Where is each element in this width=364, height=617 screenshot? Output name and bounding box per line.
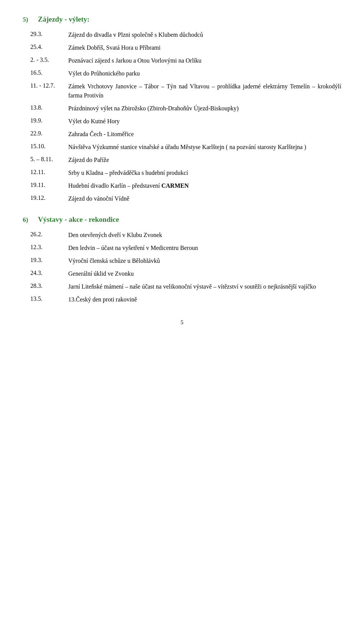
entry-text: Hudební divadlo Karlín – představení CAR… — [68, 181, 341, 190]
list-item: 11. - 12.7. Zámek Vrchotovy Janovice – T… — [23, 82, 341, 100]
entry-text: Výroční členská schůze u Bělohlávků — [68, 256, 341, 265]
entry-text: Výlet do Průhonického parku — [68, 69, 341, 78]
entry-date: 25.4. — [30, 43, 68, 50]
section-6-number: 6) — [23, 216, 33, 224]
section-5-list: 29.3. Zájezd do divadla v Plzni společně… — [23, 30, 341, 203]
entry-text: Zájezd do Paříže — [68, 155, 341, 165]
entry-text: Den otevřených dveří v Klubu Zvonek — [68, 231, 341, 240]
list-item: 13.8. Prázdninový výlet na Zbirožsko (Zb… — [23, 104, 341, 113]
entry-date: 26.2. — [30, 231, 68, 238]
entry-text: Generální úklid ve Zvonku — [68, 269, 341, 278]
list-item: 19.11. Hudební divadlo Karlín – představ… — [23, 181, 341, 190]
entry-date: 2. - 3.5. — [30, 56, 68, 63]
list-item: 29.3. Zájezd do divadla v Plzni společně… — [23, 30, 341, 39]
entry-date: 28.3. — [30, 282, 68, 289]
entry-text: Jarní Liteňské mámení – naše účast na ve… — [68, 282, 341, 291]
section-5-heading: 5) Zájezdy - výlety: — [23, 15, 341, 24]
section-5-title: Zájezdy - výlety: — [38, 15, 89, 24]
entry-date: 19.11. — [30, 181, 68, 188]
section-6-list: 26.2. Den otevřených dveří v Klubu Zvone… — [23, 231, 341, 304]
list-item: 19.12. Zájezd do vánoční Vídně — [23, 194, 341, 203]
list-item: 19.3. Výroční členská schůze u Bělohlávk… — [23, 256, 341, 265]
page-footer: 5 — [23, 319, 341, 326]
entry-text: Zájezd do divadla v Plzni společně s Klu… — [68, 30, 341, 39]
entry-date: 19.9. — [30, 117, 68, 124]
list-item: 2. - 3.5. Poznávací zájezd s Jarkou a Ot… — [23, 56, 341, 65]
entry-date: 13.8. — [30, 104, 68, 111]
entry-date: 12.3. — [30, 243, 68, 251]
list-item: 12.11. Srby u Kladna – předváděčka s hud… — [23, 168, 341, 177]
section-6-title: Výstavy - akce - rekondice — [38, 215, 119, 224]
entry-date: 19.12. — [30, 194, 68, 201]
section-6: 6) Výstavy - akce - rekondice 26.2. Den … — [23, 215, 341, 304]
page-number: 5 — [180, 319, 184, 325]
carmen-text: CARMEN — [162, 182, 189, 189]
section-5-number: 5) — [23, 16, 33, 24]
entry-date: 15.10. — [30, 143, 68, 150]
entry-date: 11. - 12.7. — [30, 82, 68, 89]
list-item: 13.5. 13.Český den proti rakovině — [23, 295, 341, 304]
list-item: 28.3. Jarní Liteňské mámení – naše účast… — [23, 282, 341, 291]
list-item: 16.5. Výlet do Průhonického parku — [23, 69, 341, 78]
list-item: 15.10. Návštěva Výzkumné stanice vinařsk… — [23, 143, 341, 152]
section-5: 5) Zájezdy - výlety: 29.3. Zájezd do div… — [23, 15, 341, 203]
list-item: 19.9. Výlet do Kutné Hory — [23, 117, 341, 126]
entry-text: Poznávací zájezd s Jarkou a Otou Vorlový… — [68, 56, 341, 65]
page-content: 5) Zájezdy - výlety: 29.3. Zájezd do div… — [23, 15, 341, 326]
entry-date: 16.5. — [30, 69, 68, 76]
entry-date: 13.5. — [30, 295, 68, 302]
entry-date: 12.11. — [30, 168, 68, 176]
entry-text: Srby u Kladna – předváděčka s hudební pr… — [68, 168, 341, 177]
entry-text: 13.Český den proti rakovině — [68, 295, 341, 304]
entry-text: Návštěva Výzkumné stanice vinařské a úřa… — [68, 143, 341, 152]
list-item: 5. – 8.11. Zájezd do Paříže — [23, 155, 341, 165]
list-item: 24.3. Generální úklid ve Zvonku — [23, 269, 341, 278]
entry-date: 29.3. — [30, 30, 68, 38]
entry-text: Den ledvin – účast na vyšetření v Medice… — [68, 243, 341, 253]
entry-date: 19.3. — [30, 256, 68, 264]
entry-text: Zámek Dobříš, Svatá Hora u Příbrami — [68, 43, 341, 52]
list-item: 12.3. Den ledvin – účast na vyšetření v … — [23, 243, 341, 253]
list-item: 22.9. Zahrada Čech - Litoměřice — [23, 130, 341, 139]
entry-date: 22.9. — [30, 130, 68, 137]
entry-text: Výlet do Kutné Hory — [68, 117, 341, 126]
section-6-heading: 6) Výstavy - akce - rekondice — [23, 215, 341, 224]
entry-date: 5. – 8.11. — [30, 155, 68, 163]
list-item: 26.2. Den otevřených dveří v Klubu Zvone… — [23, 231, 341, 240]
entry-text: Zámek Vrchotovy Janovice – Tábor – Týn n… — [68, 82, 341, 100]
entry-text: Prázdninový výlet na Zbirožsko (Zbiroh-D… — [68, 104, 341, 113]
entry-date: 24.3. — [30, 269, 68, 276]
list-item: 25.4. Zámek Dobříš, Svatá Hora u Příbram… — [23, 43, 341, 52]
entry-text: Zájezd do vánoční Vídně — [68, 194, 341, 203]
entry-text: Zahrada Čech - Litoměřice — [68, 130, 341, 139]
